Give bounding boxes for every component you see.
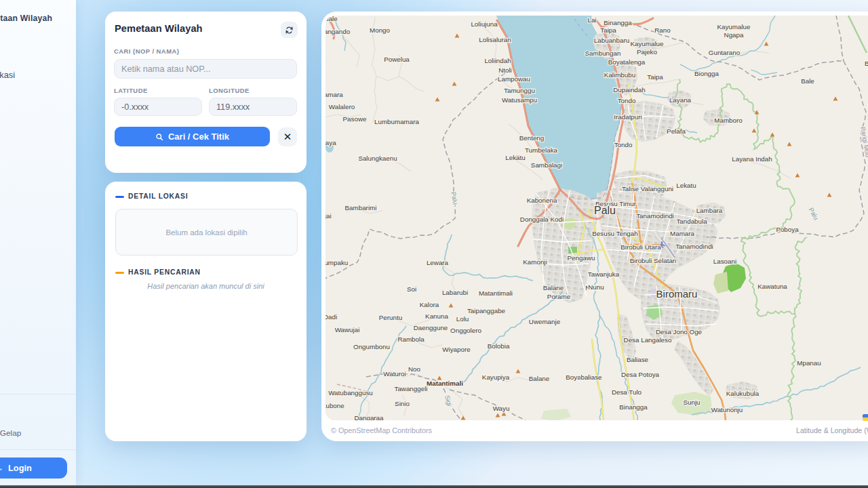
svg-text:Guntarano: Guntarano (709, 49, 741, 56)
svg-text:Desa Potoya: Desa Potoya (621, 371, 660, 378)
svg-text:Onggolero: Onggolero (450, 327, 481, 334)
svg-text:Pengawu: Pengawu (568, 254, 595, 262)
svg-text:Binangga: Binangga (619, 403, 648, 411)
svg-text:Kalukubula: Kalukubula (726, 390, 760, 397)
svg-text:Salungkaenu: Salungkaenu (358, 155, 397, 162)
svg-text:Peruntu: Peruntu (379, 314, 402, 321)
svg-text:Kabonena: Kabonena (527, 197, 557, 204)
svg-text:Lolisaluran: Lolisaluran (479, 36, 511, 43)
svg-text:Sunju: Sunju (683, 399, 700, 406)
svg-text:Kanuna: Kanuna (425, 312, 448, 320)
svg-text:Layana Indah: Layana Indah (732, 155, 772, 163)
svg-text:Mongo: Mongo (370, 26, 391, 34)
svg-text:njai: njai (326, 212, 332, 220)
svg-text:Labuanbaru: Labuanbaru (594, 37, 629, 44)
svg-text:Baliase: Baliase (627, 356, 649, 363)
svg-text:Bale: Bale (801, 77, 814, 85)
svg-text:Lolu: Lolu (456, 315, 469, 323)
svg-text:Lambara: Lambara (696, 207, 723, 214)
svg-text:Wawujai: Wawujai (335, 326, 360, 333)
svg-text:Tawanjuka: Tawanjuka (588, 270, 620, 278)
svg-text:Daenggune: Daenggune (414, 324, 448, 331)
svg-text:Biongga: Biongga (694, 70, 719, 77)
svg-text:Taipa: Taipa (600, 26, 616, 34)
svg-text:Lampowau: Lampowau (498, 75, 530, 83)
svg-text:Lekatu: Lekatu (676, 182, 696, 189)
svg-text:Boyatalenga: Boyatalenga (608, 58, 646, 66)
svg-text:Dadi: Dadi (326, 313, 337, 321)
svg-text:Ongumbonu: Ongumbonu (353, 343, 390, 350)
svg-text:namara: namara (326, 91, 343, 98)
svg-text:Sinio: Sinio (395, 400, 410, 407)
svg-text:Mpanau: Mpanau (797, 359, 821, 367)
svg-text:Waturoi: Waturoi (383, 370, 406, 378)
svg-text:Donggala Kodi: Donggala Kodi (520, 216, 564, 223)
svg-text:Kamonji: Kamonji (523, 258, 547, 266)
svg-text:Taipa: Taipa (647, 73, 663, 81)
svg-text:Dupaindah: Dupaindah (613, 86, 645, 94)
svg-text:Matantimali: Matantimali (479, 289, 513, 297)
svg-text:Lekatu: Lekatu (505, 154, 525, 161)
svg-text:Walalero: Walalero (329, 103, 355, 110)
svg-text:Wayu: Wayu (493, 405, 510, 412)
svg-text:Talise Valangguni: Talise Valangguni (622, 185, 673, 192)
svg-text:Bambarimi: Bambarimi (345, 204, 377, 211)
svg-text:Noo: Noo (408, 365, 421, 373)
svg-text:Kawatuna: Kawatuna (757, 283, 787, 290)
svg-text:Tawanggeli: Tawanggeli (394, 385, 427, 392)
svg-text:Rano: Rano (654, 26, 671, 34)
svg-text:Tanamodindi: Tanamodindi (636, 212, 674, 220)
svg-text:Benteng: Benteng (519, 134, 545, 142)
svg-text:Iradatpuri: Iradatpuri (614, 113, 642, 121)
svg-text:Pasowe: Pasowe (343, 115, 367, 123)
svg-text:Kalimbubu: Kalimbubu (604, 71, 635, 79)
svg-text:Sambalagi: Sambalagi (531, 161, 562, 169)
svg-text:Birobuli Utara: Birobuli Utara (620, 243, 661, 251)
svg-text:Tanamodindi: Tanamodindi (675, 243, 713, 250)
svg-text:Binangga: Binangga (604, 19, 632, 26)
svg-text:Lewara: Lewara (427, 259, 449, 266)
svg-text:Palu: Palu (594, 205, 616, 216)
svg-text:Besusu Tengah: Besusu Tengah (592, 230, 637, 237)
svg-text:Lasoani: Lasoani (713, 258, 736, 265)
svg-text:Kayumalue: Kayumalue (717, 23, 751, 30)
svg-text:Birobuli Selatan: Birobuli Selatan (630, 257, 677, 264)
svg-text:Balane: Balane (543, 284, 564, 291)
svg-text:Tandabula: Tandabula (676, 218, 707, 225)
svg-text:Bolobia: Bolobia (488, 342, 510, 350)
svg-text:osale: osale (326, 16, 338, 22)
svg-text:angando: angando (326, 28, 351, 35)
svg-text:Ngapa: Ngapa (724, 31, 744, 39)
svg-text:Uwemanje: Uwemanje (529, 318, 561, 325)
svg-text:Poboya: Poboya (776, 226, 799, 233)
svg-text:Dangaraa: Dangaraa (354, 414, 384, 420)
svg-text:Watunonju: Watunonju (711, 406, 743, 413)
svg-text:Wiyapore: Wiyapore (442, 346, 471, 353)
svg-text:Kayumalue: Kayumalue (630, 40, 664, 47)
svg-text:atubone: atubone (326, 402, 344, 409)
svg-text:Balane: Balane (529, 375, 550, 382)
svg-text:baliase: baliase (580, 373, 602, 381)
svg-text:Desa Jono Oge: Desa Jono Oge (656, 328, 703, 336)
svg-text:Soi: Soi (407, 285, 416, 293)
svg-text:Watusampu: Watusampu (502, 96, 537, 104)
svg-text:Biromaru: Biromaru (656, 288, 698, 300)
svg-text:Ntoli: Ntoli (498, 66, 512, 74)
svg-text:Nunu: Nunu (588, 283, 604, 291)
svg-text:baya: baya (326, 139, 336, 146)
svg-text:Tamunggu: Tamunggu (504, 87, 535, 94)
svg-text:Pelafa: Pelafa (667, 127, 686, 135)
svg-text:Sambungan: Sambungan (585, 49, 621, 57)
svg-text:Layana: Layana (669, 96, 692, 104)
svg-text:Powelua: Powelua (384, 56, 410, 63)
svg-text:Rambola: Rambola (397, 336, 425, 343)
svg-text:Kayupiya: Kayupiya (482, 373, 510, 381)
svg-text:Kalora: Kalora (420, 301, 439, 308)
svg-text:Loliujuna: Loliujuna (471, 20, 498, 28)
svg-text:Matantimali: Matantimali (427, 380, 463, 387)
svg-text:Labarubi: Labarubi (442, 289, 468, 296)
svg-text:Mamara: Mamara (670, 230, 694, 237)
svg-text:Loliindah: Loliindah (484, 57, 511, 64)
svg-text:Tumbelaka: Tumbelaka (525, 146, 558, 154)
svg-text:Mamboro: Mamboro (714, 117, 743, 124)
